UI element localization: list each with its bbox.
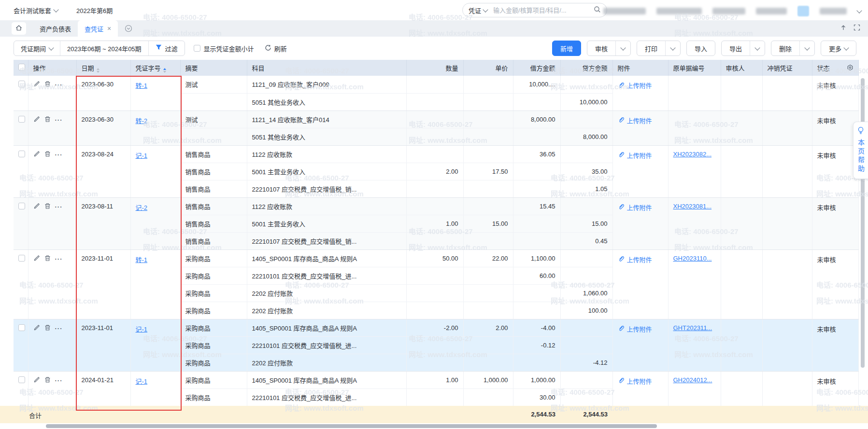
upload-attachment-link[interactable]: 上传附件 bbox=[618, 81, 663, 90]
delete-icon[interactable] bbox=[44, 151, 51, 159]
voucher-no-link[interactable]: 记-2 bbox=[136, 204, 148, 211]
sort-desc-icon[interactable] bbox=[97, 71, 100, 73]
tabs-dropdown-icon[interactable] bbox=[125, 25, 132, 32]
sort-icons[interactable] bbox=[97, 68, 100, 73]
horizontal-scrollbar[interactable] bbox=[46, 424, 657, 428]
upload-attachment-link[interactable]: 上传附件 bbox=[618, 203, 663, 212]
blurred-menu-item[interactable] bbox=[603, 8, 646, 14]
col-header-summary[interactable]: 摘要 bbox=[180, 60, 247, 76]
period-range-value[interactable]: 2023年06期 ~ 2024年05期 bbox=[60, 41, 148, 55]
col-header-debit[interactable]: 借方金额 bbox=[513, 60, 560, 76]
delete-icon[interactable] bbox=[44, 81, 51, 89]
sort-asc-icon[interactable] bbox=[163, 68, 166, 70]
upload-attachment-link[interactable]: 上传附件 bbox=[618, 324, 663, 333]
avatar[interactable] bbox=[797, 6, 809, 16]
search-category-select[interactable]: 凭证 bbox=[469, 6, 487, 15]
col-header-doc[interactable]: 原单据编号 bbox=[668, 60, 721, 76]
delete-button[interactable]: 删除 bbox=[771, 41, 815, 56]
search-input[interactable] bbox=[492, 6, 594, 14]
scroll-top-icon[interactable] bbox=[840, 24, 847, 32]
more-actions-icon[interactable]: ··· bbox=[55, 151, 63, 158]
col-header-status[interactable]: 状态 bbox=[812, 60, 858, 76]
fullscreen-icon[interactable] bbox=[854, 24, 860, 32]
voucher-no-link[interactable]: 记-1 bbox=[136, 378, 148, 385]
add-button[interactable]: 新增 bbox=[552, 41, 581, 56]
row-checkbox[interactable] bbox=[18, 116, 25, 123]
voucher-no-link[interactable]: 转-1 bbox=[136, 256, 148, 263]
export-button[interactable]: 导出 bbox=[721, 41, 765, 56]
sort-desc-icon[interactable] bbox=[163, 71, 166, 73]
blurred-menu-item[interactable] bbox=[712, 8, 745, 14]
edit-icon[interactable] bbox=[33, 116, 40, 124]
more-actions-icon[interactable]: ··· bbox=[55, 81, 63, 88]
close-icon[interactable]: × bbox=[107, 25, 111, 32]
export-dropdown-toggle[interactable] bbox=[750, 41, 765, 55]
more-button[interactable]: 更多 bbox=[821, 41, 856, 56]
col-header-date[interactable]: 日期 bbox=[76, 60, 130, 76]
column-settings-gear-icon[interactable] bbox=[847, 64, 854, 72]
audit-button[interactable]: 审核 bbox=[587, 41, 631, 56]
edit-icon[interactable] bbox=[33, 203, 40, 211]
import-button[interactable]: 导入 bbox=[686, 41, 715, 56]
row-checkbox[interactable] bbox=[18, 203, 25, 209]
blurred-menu-item[interactable] bbox=[656, 8, 702, 14]
voucher-no-link[interactable]: 记-1 bbox=[136, 326, 148, 333]
edit-icon[interactable] bbox=[33, 151, 40, 159]
col-header-credit[interactable]: 贷方金额 bbox=[560, 60, 612, 76]
sort-icons[interactable] bbox=[163, 68, 166, 73]
tab-balance-sheet[interactable]: 资产负债表 bbox=[33, 20, 78, 37]
print-button[interactable]: 打印 bbox=[637, 41, 681, 56]
col-header-qty[interactable]: 数量 bbox=[406, 60, 463, 76]
audit-dropdown-toggle[interactable] bbox=[615, 41, 630, 55]
source-doc-link[interactable]: GHT202311... bbox=[673, 324, 712, 332]
delete-icon[interactable] bbox=[44, 376, 51, 385]
voucher-no-link[interactable]: 转-2 bbox=[136, 117, 148, 125]
col-header-auditor[interactable]: 审核人 bbox=[721, 60, 762, 76]
sort-asc-icon[interactable] bbox=[97, 68, 100, 70]
search-icon[interactable] bbox=[594, 6, 601, 14]
source-doc-link[interactable]: XH2023082... bbox=[673, 151, 712, 158]
col-header-vno[interactable]: 凭证字号 bbox=[130, 60, 180, 76]
source-doc-link[interactable]: GH2023110... bbox=[673, 255, 712, 262]
chevron-down-icon[interactable] bbox=[856, 8, 862, 13]
col-header-sel[interactable] bbox=[14, 60, 28, 76]
more-actions-icon[interactable]: ··· bbox=[55, 377, 63, 384]
delete-dropdown-toggle[interactable] bbox=[799, 41, 814, 55]
col-header-price[interactable]: 单价 bbox=[463, 60, 513, 76]
delete-icon[interactable] bbox=[44, 203, 51, 211]
period-field-dropdown[interactable]: 凭证期间 bbox=[14, 41, 60, 55]
voucher-no-link[interactable]: 记-1 bbox=[136, 152, 148, 159]
source-doc-link[interactable]: GH2024012... bbox=[673, 376, 712, 384]
more-actions-icon[interactable]: ··· bbox=[55, 203, 63, 210]
subtotal-checkbox[interactable] bbox=[194, 45, 200, 52]
col-header-attach[interactable]: 附件 bbox=[612, 60, 668, 76]
col-header-writeoff[interactable]: 冲销凭证 bbox=[762, 60, 812, 76]
help-tab[interactable]: 本页帮助 bbox=[853, 122, 868, 179]
edit-icon[interactable] bbox=[33, 255, 40, 263]
account-set-select[interactable]: 会计测试账套 bbox=[14, 6, 58, 15]
tab-voucher-query[interactable]: 查凭证 × bbox=[78, 20, 118, 37]
source-doc-link[interactable]: XH2023081... bbox=[673, 203, 712, 210]
upload-attachment-link[interactable]: 上传附件 bbox=[618, 376, 663, 386]
delete-icon[interactable] bbox=[44, 116, 51, 124]
tab-home[interactable] bbox=[12, 22, 26, 35]
row-checkbox[interactable] bbox=[18, 376, 25, 383]
upload-attachment-link[interactable]: 上传附件 bbox=[618, 151, 663, 160]
subtotal-checkbox-wrap[interactable]: 显示凭证金额小计 bbox=[194, 44, 254, 53]
delete-icon[interactable] bbox=[44, 324, 51, 332]
edit-icon[interactable] bbox=[33, 81, 40, 89]
more-actions-icon[interactable]: ··· bbox=[55, 325, 63, 332]
refresh-button[interactable]: 刷新 bbox=[265, 44, 287, 53]
more-actions-icon[interactable]: ··· bbox=[55, 116, 63, 124]
print-dropdown-toggle[interactable] bbox=[665, 41, 680, 55]
edit-icon[interactable] bbox=[33, 376, 40, 385]
upload-attachment-link[interactable]: 上传附件 bbox=[618, 116, 663, 125]
col-header-account[interactable]: 科目 bbox=[247, 60, 406, 76]
blurred-menu-item[interactable] bbox=[756, 8, 787, 14]
row-checkbox[interactable] bbox=[18, 255, 25, 262]
row-checkbox[interactable] bbox=[18, 324, 25, 331]
filter-button[interactable]: 过滤 bbox=[148, 41, 185, 55]
select-all-checkbox[interactable] bbox=[18, 64, 25, 70]
voucher-no-link[interactable]: 转-1 bbox=[136, 82, 148, 89]
row-checkbox[interactable] bbox=[18, 81, 25, 87]
